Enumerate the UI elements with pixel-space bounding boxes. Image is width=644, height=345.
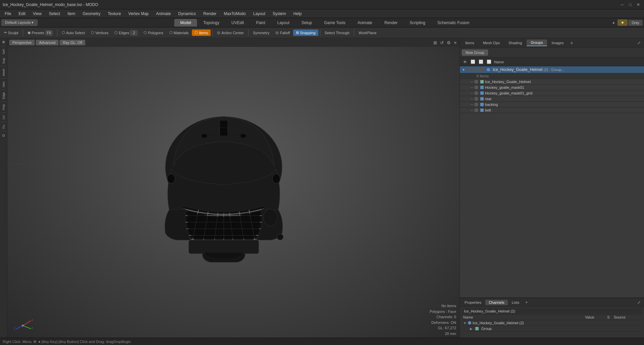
menu-item-dynamics[interactable]: Dynamics [175,11,199,17]
tab-schematic-fusion[interactable]: Schematic Fusion [432,19,475,26]
gi-visibility[interactable] [467,68,471,72]
workplane-button[interactable]: WorkPlane [356,30,379,36]
menu-item-view[interactable]: View [30,11,45,17]
rptab-items[interactable]: Items [461,40,478,46]
gi-sq2[interactable] [479,68,483,72]
sidebar-item-dup[interactable]: Dup. [1,56,6,65]
menu-item-select[interactable]: Select [46,11,63,17]
raygl-button[interactable]: Ray GL: Off [60,40,85,45]
sub-vis-0[interactable] [474,80,478,84]
tab-paint[interactable]: Paint [250,19,271,26]
gh-render-icon[interactable]: ⬜ [470,59,476,65]
gh-eye-icon[interactable]: 👁 [462,59,468,65]
rpanel-add-tab[interactable]: + [569,39,575,47]
items-button[interactable]: ⬡ Items [192,29,211,36]
menu-item-file[interactable]: File [1,11,14,17]
menu-item-vertex-map[interactable]: Vertex Map [125,11,152,17]
bp-add-tab[interactable]: + [523,299,530,305]
rpanel-expand[interactable]: ⤢ [635,40,643,46]
snapping-button[interactable]: ⊞ Snapping [293,29,318,36]
gh-edit-icon[interactable]: ⬜ [486,59,492,65]
add-tab-button[interactable]: + [609,19,618,26]
rptab-groups[interactable]: Groups [527,40,547,46]
vertices-button[interactable]: ⬡ Vertices [88,29,111,36]
bp-item-0[interactable]: ▼ Ice_Hockey_Goalie_Helmet (2) [462,320,642,326]
sidebar-item-def[interactable]: Def. [1,47,6,56]
viewport-icon-camera[interactable]: ↺ [439,40,445,46]
rptab-shading[interactable]: Shading [504,40,526,46]
group-collapse-arrow[interactable]: ▼ [462,68,465,72]
viewport-icon-grid[interactable]: ⊞ [432,40,438,46]
action-center-button[interactable]: ◎ Action Center [214,29,247,36]
sculpt-button[interactable]: ✏ Sculpt [1,29,21,36]
gh-lock-icon[interactable]: ⬜ [478,59,484,65]
advanced-button[interactable]: Advanced [36,40,58,45]
autoselect-button[interactable]: ⬡ Auto Select [59,29,88,36]
tab-model[interactable]: Model [174,19,197,26]
tab-scripting[interactable]: Scripting [404,19,431,26]
sub-vis-1[interactable] [474,85,478,89]
sub-item-2[interactable]: ─ Hockey_goalie_mask01_grid [460,90,644,96]
sub-vis-3[interactable] [474,97,478,101]
layouts-dropdown[interactable]: Default Layouts ▾ [1,19,38,26]
sidebar-item-fu[interactable]: Fu. [1,123,6,130]
close-button[interactable]: ✕ [635,2,641,8]
menu-item-maxtomodo[interactable]: MaxToModo [220,11,249,17]
group-item-main[interactable]: ▼ Ice_Hockey_Goalie_Helmet (2) : Group..… [460,66,644,73]
rptab-mesh-ops[interactable]: Mesh Ops [479,40,504,46]
bp-tab-channels[interactable]: Channels [485,300,507,305]
sidebar-item-edge[interactable]: Edge [1,91,6,100]
tab-uvedit[interactable]: UVEdit [226,19,250,26]
sidebar-item-poly[interactable]: Poly [1,103,6,112]
polygons-button[interactable]: ⬡ Polygons [141,29,166,36]
sub-vis-5[interactable] [474,108,478,112]
sub-item-0[interactable]: ─ Ice_Hockey_Goalie_Helmet [460,79,644,85]
new-group-button[interactable]: New Group [462,50,488,56]
only-button[interactable]: Only [628,20,643,26]
viewport-canvas[interactable]: X Y Z No Items Polygons : Face Channels:… [7,47,460,338]
perspective-button[interactable]: Perspective [9,40,35,45]
tab-setup[interactable]: Setup [296,19,318,26]
select-through-button[interactable]: Select Through [322,30,352,36]
presets-button[interactable]: ◉ Presets F6 [25,29,55,37]
menu-item-geometry[interactable]: Geometry [79,11,104,17]
bp-expand-button[interactable]: ⤢ [635,299,643,305]
menu-item-item[interactable]: Item [64,11,78,17]
tab-layout[interactable]: Layout [272,19,295,26]
star-button[interactable]: ★ [618,19,628,26]
sub-item-1[interactable]: ─ Hockey_goalie_mask01 [460,85,644,90]
menu-item-animate[interactable]: Animate [153,11,174,17]
menu-item-layout[interactable]: Layout [250,11,269,17]
sub-item-5[interactable]: ─ belt [460,108,644,113]
edges-button[interactable]: ⬡ Edges 2 [112,29,140,37]
viewport[interactable]: Perspective Advanced Ray GL: Off ⊞ ↺ ⚙ ≡ [7,38,460,338]
symmetry-button[interactable]: Symmetry [250,30,272,36]
menu-item-render[interactable]: Render [200,11,220,17]
menu-item-edit[interactable]: Edit [15,11,29,17]
viewport-icon-settings[interactable]: ⚙ [446,40,452,46]
minimize-button[interactable]: ─ [619,2,625,8]
sidebar-icon-bottom[interactable]: ⊙ [1,132,7,138]
menu-item-system[interactable]: System [269,11,289,17]
bp-tab-properties[interactable]: Properties [461,300,485,305]
tab-game-tools[interactable]: Game Tools [318,19,351,26]
left-tool-icon-top[interactable]: ⊕ [1,39,7,45]
bp-tab-lists[interactable]: Lists [508,300,523,305]
tab-render[interactable]: Render [379,19,403,26]
falloff-button[interactable]: ◎ Falloff [273,29,292,36]
tab-animate[interactable]: Animate [352,19,378,26]
bp-item-1[interactable]: ▶ Group [462,326,642,332]
sub-vis-4[interactable] [474,102,478,107]
sub-item-4[interactable]: ─ backing [460,102,644,108]
sub-vis-2[interactable] [474,91,478,95]
materials-button[interactable]: ⬡ Materials [167,29,192,36]
menu-item-texture[interactable]: Texture [104,11,124,17]
viewport-icon-more[interactable]: ≡ [453,40,458,46]
sidebar-item-mesh[interactable]: Mesh [1,67,6,77]
rptab-images[interactable]: Images [548,40,568,46]
gi-render[interactable] [473,68,477,72]
sidebar-item-uv[interactable]: UV [1,114,6,121]
sub-item-3[interactable]: ─ rear [460,96,644,102]
tab-topology[interactable]: Topology [198,19,225,26]
sidebar-item-vertex[interactable]: Vert. [1,80,6,89]
